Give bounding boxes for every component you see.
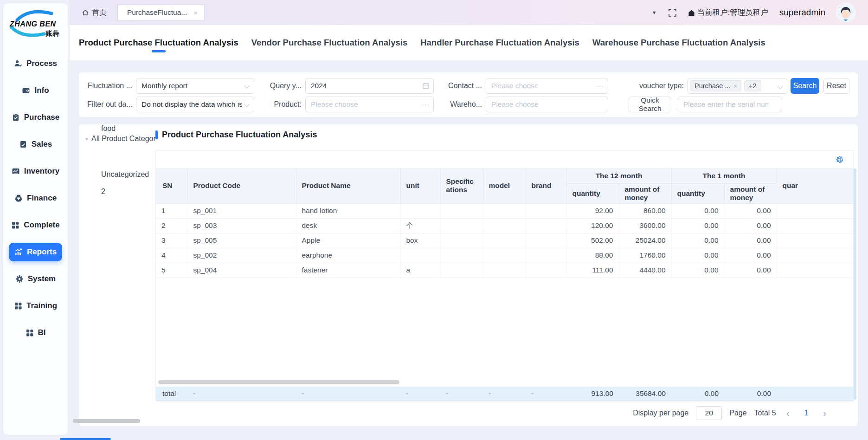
tab-warehouse-analysis[interactable]: Warehouse Purchase Fluctuation Analysis [592, 29, 765, 56]
tree-root-all-categories[interactable]: ▾ All Product Categor [85, 135, 156, 143]
contact-input[interactable] [486, 78, 608, 94]
cell-unit: box [400, 233, 440, 248]
table-settings-gear-icon[interactable] [835, 155, 844, 164]
cell-brand [526, 248, 566, 263]
user-process-icon [14, 59, 22, 68]
close-icon[interactable]: × [733, 83, 737, 90]
cell-sn: 2 [156, 218, 187, 233]
voucher-type-select[interactable]: Purchase ... × +2 [688, 78, 787, 94]
col-product-name[interactable]: Product Name [296, 168, 400, 203]
tree-item[interactable]: 2 [101, 188, 105, 196]
username[interactable]: superadmin [779, 7, 825, 18]
tab-vendor-analysis[interactable]: Vendor Purchase Fluctuation Analysis [251, 29, 408, 56]
table-row[interactable]: 3 sp_005 Apple box 502.00 25024.00 0.00 … [156, 233, 853, 248]
cell-sn: 4 [156, 248, 187, 263]
total-12m-quantity: 913.00 [566, 387, 619, 401]
reset-button[interactable]: Reset [823, 78, 849, 94]
total-row-table: total - - - - - - 913.00 35684.00 0.00 0… [156, 387, 853, 401]
tree-item[interactable]: food [101, 124, 116, 133]
current-page[interactable]: 1 [799, 409, 813, 417]
sidebar-item-system[interactable]: System [10, 270, 61, 288]
cell-specifications [440, 203, 483, 218]
cell-1m-quantity: 0.00 [671, 248, 724, 263]
search-button[interactable]: Search [791, 78, 819, 94]
sidebar-item-sales[interactable]: Sales [13, 135, 58, 154]
chart-box-icon [12, 167, 20, 175]
table-row[interactable]: 5 sp_004 fastener a 111.00 4440.00 0.00 … [156, 263, 853, 278]
tab-label: Warehouse Purchase Fluctuation Analysis [592, 38, 765, 47]
per-page-label: Display per page [633, 409, 688, 417]
quick-search-button[interactable]: Quick Search [629, 97, 671, 112]
horizontal-scrollbar-thumb[interactable] [158, 380, 399, 384]
filter-out-label: Filter out da... [87, 100, 132, 109]
cell-12m-quantity: 92.00 [566, 203, 619, 218]
col-12m-amount[interactable]: amount of money [619, 183, 671, 203]
sidebar-item-complete[interactable]: Complete [6, 216, 65, 234]
serial-number-input[interactable] [678, 97, 782, 112]
col-12m-quantity[interactable]: quantity [566, 183, 619, 203]
next-page-icon[interactable]: › [820, 408, 829, 419]
sidebar-item-finance[interactable]: ¥ Finance [9, 189, 62, 207]
col-1m-quantity[interactable]: quantity [671, 183, 724, 203]
sidebar-item-reports[interactable]: Reports [9, 243, 62, 261]
content-horizontal-scrollbar[interactable] [73, 419, 140, 423]
cell-model [483, 218, 526, 233]
table-row[interactable]: 4 sp_002 earphone 88.00 1760.00 0.00 0.0… [156, 248, 853, 263]
table-row[interactable]: 1 sp_001 hand lotion 92.00 860.00 0.00 0… [156, 203, 853, 218]
total-partial [777, 387, 853, 401]
sidebar-item-purchase[interactable]: Purchase [6, 108, 65, 127]
col-model[interactable]: model [483, 168, 526, 203]
vertical-scrollbar-thumb[interactable] [854, 168, 856, 400]
dropdown-caret-icon[interactable]: ▼ [652, 10, 657, 15]
cell-1m-quantity: 0.00 [671, 233, 724, 248]
fluctuation-label: Fluctuation ... [87, 82, 132, 90]
cell-sn: 3 [156, 233, 187, 248]
cell-12m-quantity: 502.00 [566, 233, 619, 248]
table-row[interactable]: 2 sp_003 desk 个 120.00 3600.00 0.00 0.00 [156, 218, 853, 233]
col-product-code[interactable]: Product Code [187, 168, 296, 203]
pagination: Display per page Page Total 5 ‹ 1 › [633, 403, 829, 423]
sidebar-item-bi[interactable]: BI [20, 324, 51, 342]
prev-page-icon[interactable]: ‹ [784, 408, 792, 419]
open-page-tab[interactable]: PurchaseFluctua... × [117, 5, 205, 20]
per-page-input[interactable] [696, 406, 722, 420]
col-sn[interactable]: SN [156, 168, 187, 203]
open-page-tab-label: PurchaseFluctua... [127, 8, 187, 17]
col-unit[interactable]: unit [400, 168, 440, 203]
cell-brand [526, 218, 566, 233]
sidebar-item-inventory[interactable]: Inventory [6, 162, 65, 181]
avatar[interactable] [836, 3, 855, 22]
report-panel: ▾ All Product Categor Uncategorized 2 fo… [79, 124, 858, 426]
total-spec: - [440, 387, 483, 401]
product-input[interactable] [305, 97, 434, 112]
fullscreen-icon[interactable] [668, 8, 677, 17]
fluctuation-select[interactable]: Monthly report [136, 78, 254, 94]
close-icon[interactable]: × [193, 9, 198, 17]
col-1m-amount[interactable]: amount of money [724, 183, 777, 203]
sidebar-item-process[interactable]: Process [8, 54, 63, 73]
sidebar-item-info[interactable]: Info [16, 81, 54, 100]
cell-unit: a [400, 263, 440, 278]
current-tenant[interactable]: 当前租户:管理员租户 [688, 7, 768, 18]
col-brand[interactable]: brand [526, 168, 566, 203]
breadcrumb-home[interactable]: 首页 [82, 8, 107, 18]
tab-handler-analysis[interactable]: Handler Purchase Fluctuation Analysis [420, 29, 579, 56]
svg-text:¥: ¥ [17, 196, 20, 201]
warehouse-input[interactable] [486, 97, 608, 112]
sidebar-item-label: Inventory [24, 167, 60, 176]
cell-1m-amount: 0.00 [724, 263, 777, 278]
cell-specifications [440, 233, 483, 248]
cell-12m-quantity: 120.00 [566, 218, 619, 233]
tab-product-analysis[interactable]: Product Purchase Fluctuation Analysis [79, 29, 238, 56]
filter-out-select[interactable]: Do not display the data which is 0 [136, 97, 254, 112]
col-specifications[interactable]: Specifications [440, 168, 483, 203]
total-brand: - [526, 387, 566, 401]
current-tenant-label: 当前租户:管理员租户 [697, 7, 768, 18]
tree-item[interactable]: Uncategorized [101, 170, 149, 179]
cell-model [483, 248, 526, 263]
window-scrollbar-thumb[interactable] [60, 438, 111, 440]
table-empty-area [156, 278, 853, 387]
sidebar-item-training[interactable]: Training [8, 297, 63, 315]
query-year-input[interactable] [305, 78, 434, 94]
col-partial[interactable]: quar [777, 168, 853, 203]
